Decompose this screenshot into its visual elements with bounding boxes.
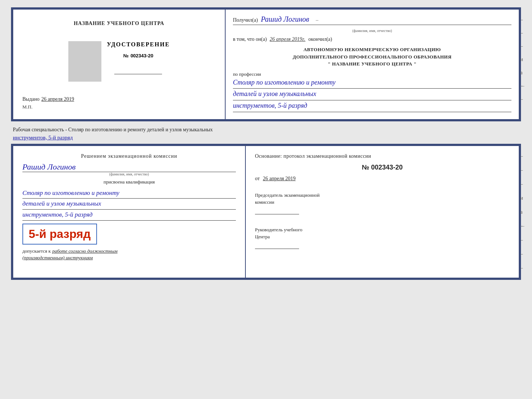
org-description: АВТОНОМНУЮ НЕКОММЕРЧЕСКУЮ ОРГАНИЗАЦИЮ ДО… [233,46,511,68]
chairman-section: Председатель экзаменационной комиссии [255,192,510,214]
cert-issued-section: Выдано 26 апреля 2019 М.П. [22,96,216,112]
top-org-name: НАЗВАНИЕ УЧЕБНОГО ЦЕНТРА [74,21,164,26]
number-prefix: № [123,53,129,58]
top-cert-left-panel: НАЗВАНИЕ УЧЕБНОГО ЦЕНТРА УДОСТОВЕРЕНИЕ №… [13,10,226,119]
director-label2: Центра [255,233,510,241]
bottom-cert-right-panel: Основание: протокол экзаменационной коми… [246,146,519,278]
razryad-text: 5-й разряд [29,227,91,241]
poluchil-label: Получил(а) [233,17,258,23]
middle-text-main: Рабочая специальность - Столяр по изгото… [13,127,213,132]
vtom-line: в том, что он(а) 26 апреля 2019г. окончи… [233,36,511,42]
director-section: Руководитель учебного Центра [255,226,510,249]
udostoverenie-label: УДОСТОВЕРЕНИЕ [107,41,170,48]
qualification-line1: Столяр по изготовлению и ремонту [22,188,236,199]
resolution-text: Решением экзаменационной комиссии [22,153,236,159]
ot-label: от [255,176,260,181]
photo-placeholder [68,41,101,82]
bottom-cert-left-panel: Решением экзаменационной комиссии Рашид … [13,146,246,278]
razryad-box: 5-й разряд [22,224,97,245]
org-desc-line2: ДОПОЛНИТЕЛЬНОГО ПРОФЕССИОНАЛЬНОГО ОБРАЗО… [233,53,511,61]
bottom-certificate: Решением экзаменационной комиссии Рашид … [11,144,521,280]
page-wrapper: НАЗВАНИЕ УЧЕБНОГО ЦЕНТРА УДОСТОВЕРЕНИЕ №… [4,4,528,284]
profession-line3: инструментов, 5-й разряд [233,100,511,112]
prisvoena-label: присвоена квалификация [22,179,236,185]
dopuskaetsya-text2: (производственным) инструкциям [22,255,93,260]
protocol-prefix: № [362,164,369,171]
bottom-fio-label: (фамилия, имя, отчество) [22,172,236,176]
top-cert-right-panel: Получил(а) Рашид Логинов – (фамилия, имя… [226,10,519,119]
protocol-number: № 002343-20 [255,164,510,171]
qualification-line3: инструментов, 5-й разряд [22,210,236,221]
okonchil-label: окончил(а) [308,36,332,42]
vtom-label: в том, что он(а) [233,36,267,42]
dopuskaetsya-text: работе согласно должностным [52,248,118,254]
dopuskaetsya-label: допускается к [22,248,51,254]
cert-number: № 002343-20 [123,51,154,59]
protocol-number-value: 002343-20 [371,164,403,171]
bottom-right-edge: – – – и а ← – – – [520,153,525,271]
profession-section: по профессии Столяр по изготовлению и ре… [233,71,511,112]
issued-date: 26 апреля 2019 [42,96,74,102]
top-fio-label: (фамилия, имя, отчество) [233,29,511,33]
issued-label: Выдано [22,96,40,102]
bottom-person-section: Рашид Логинов (фамилия, имя, отчество) [22,162,236,176]
profession-line1: Столяр по изготовлению и ремонту [233,77,511,89]
middle-text-underline: инструментов, 5-й разряд [13,135,73,140]
top-right-edge: – – – и а ← – [520,17,525,102]
dopuskaetsya-section: допускается к работе согласно должностны… [22,247,236,261]
director-signature-line [255,242,299,249]
osnovanie-text: Основание: протокол экзаменационной коми… [255,153,510,159]
profession-line2: деталей и узлов музыкальных [233,89,511,100]
top-certificate: НАЗВАНИЕ УЧЕБНОГО ЦЕНТРА УДОСТОВЕРЕНИЕ №… [11,7,521,121]
chairman-label2: комиссии [255,199,510,206]
director-label1: Руководитель учебного [255,226,510,234]
ot-line: от 26 апреля 2019 [255,176,510,182]
chairman-signature-line [255,208,299,214]
middle-text-section: Рабочая специальность - Столяр по изгото… [4,121,528,144]
cert-number-value: 002343-20 [130,53,153,58]
org-desc-line1: АВТОНОМНУЮ НЕКОММЕРЧЕСКУЮ ОРГАНИЗАЦИЮ [233,46,511,53]
bottom-qualification-section: Столяр по изготовлению и ремонту деталей… [22,188,236,221]
chairman-label1: Председатель экзаменационной [255,192,510,199]
top-cert-middle: УДОСТОВЕРЕНИЕ № 002343-20 [68,26,170,96]
qualification-line2: деталей и узлов музыкальных [22,199,236,210]
bottom-person-name: Рашид Логинов [22,162,236,172]
vtom-date: 26 апреля 2019г. [270,36,305,42]
profession-label: по профессии [233,71,511,77]
ot-date: 26 апреля 2019 [263,176,295,181]
recipient-section: Получил(а) Рашид Логинов – [233,15,511,25]
org-desc-line3: " НАЗВАНИЕ УЧЕБНОГО ЦЕНТРА " [233,60,511,68]
mp-label: М.П. [22,104,216,110]
recipient-name: Рашид Логинов [261,15,309,24]
